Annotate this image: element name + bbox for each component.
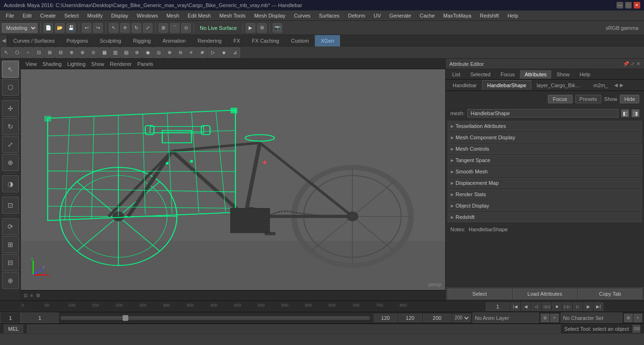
attr-tab-focus[interactable]: Focus — [496, 70, 520, 79]
view-menu-view[interactable]: View — [24, 61, 39, 67]
section-render-stats-header[interactable]: ▶ Render Stats — [447, 189, 642, 200]
module-collapse-button[interactable]: ◀ — [0, 35, 8, 46]
focus-button[interactable]: Focus — [548, 95, 572, 103]
menu-help[interactable]: Help — [504, 12, 522, 19]
attr-tab-list[interactable]: List — [447, 70, 465, 79]
mesh-icon-btn-1[interactable]: ◧ — [621, 109, 629, 117]
track-tool[interactable]: ⊞ — [2, 236, 19, 253]
paint-select-tool[interactable]: ⬡ — [2, 79, 19, 96]
sub-btn-21[interactable]: ◈ — [219, 47, 229, 58]
save-file-button[interactable]: 💾 — [66, 23, 76, 33]
sub-btn-9[interactable]: ⊙ — [88, 47, 98, 58]
section-tessellation-header[interactable]: ▶ Tessellation Attributes — [447, 121, 642, 131]
tumble-tool[interactable]: ⟳ — [2, 218, 19, 235]
universal-manip[interactable]: ⊕ — [2, 154, 19, 171]
snap-grid-button[interactable]: ⊞ — [159, 23, 168, 33]
attr-tab-help[interactable]: Help — [575, 70, 596, 79]
minimize-button[interactable]: — — [617, 2, 623, 9]
menu-mesh-tools[interactable]: Mesh Tools — [215, 12, 249, 19]
camera-button[interactable]: 📷 — [273, 23, 282, 33]
char-set-add-icon[interactable]: + — [634, 314, 642, 322]
menu-display[interactable]: Display — [107, 12, 132, 19]
command-line-input[interactable] — [27, 325, 561, 333]
module-tab-sculpting[interactable]: Sculpting — [94, 35, 127, 46]
module-tab-xgen[interactable]: XGen — [315, 35, 340, 46]
dolly-tool[interactable]: ⊟ — [2, 254, 19, 271]
node-tab-handlebar[interactable]: Handlebar — [447, 80, 482, 90]
sub-btn-11[interactable]: ▥ — [110, 47, 120, 58]
mesh-icon-btn-2[interactable]: ◨ — [632, 109, 639, 117]
viewport-inner[interactable]: persp x y z — [21, 69, 445, 290]
menu-generate[interactable]: Generate — [385, 12, 415, 19]
module-tab-fx-caching[interactable]: FX Caching — [246, 35, 285, 46]
select-tool[interactable]: ↖ — [2, 61, 19, 78]
keyboard-shortcut-icon[interactable]: ⌨ — [633, 325, 640, 333]
rotate-tool[interactable]: ↻ — [2, 118, 19, 135]
speed-selector[interactable]: 200 — [452, 314, 471, 322]
playback-slider[interactable] — [61, 316, 370, 320]
sub-btn-18[interactable]: ≡ — [186, 47, 197, 58]
menu-windows[interactable]: Windows — [133, 12, 162, 19]
current-frame-display[interactable]: 1 — [486, 302, 510, 311]
menu-deform[interactable]: Deform — [344, 12, 369, 19]
new-file-button[interactable]: 📄 — [44, 23, 53, 33]
menu-select[interactable]: Select — [61, 12, 83, 19]
step-forward-button[interactable]: ▶ — [583, 302, 593, 311]
sub-btn-19[interactable]: ≢ — [197, 47, 207, 58]
node-tab-scroll-right[interactable]: ▶ — [619, 82, 625, 88]
play-forward-button[interactable]: ▷▷ — [563, 302, 572, 311]
section-smooth-mesh-header[interactable]: ▶ Smooth Mesh — [447, 166, 642, 177]
anim-layer-settings-icon[interactable]: ⚙ — [541, 314, 549, 322]
section-displacement-header[interactable]: ▶ Displacement Map — [447, 178, 642, 188]
open-file-button[interactable]: 📂 — [55, 23, 64, 33]
menu-redshift[interactable]: Redshift — [476, 12, 502, 19]
mesh-value-input[interactable] — [467, 109, 618, 118]
redo-button[interactable]: ↪ — [93, 23, 103, 33]
play-back-button[interactable]: ◁◁ — [542, 302, 551, 311]
undo-button[interactable]: ↩ — [82, 23, 91, 33]
hide-button[interactable]: Hide — [620, 95, 639, 103]
node-tab-scroll-left[interactable]: ◀ — [613, 82, 619, 88]
view-menu-shading[interactable]: Shading — [41, 61, 63, 67]
move-tool-button[interactable]: ✛ — [120, 23, 130, 33]
menu-cache[interactable]: Cache — [416, 12, 438, 19]
sub-btn-5[interactable]: ⊞ — [45, 47, 55, 58]
menu-curves[interactable]: Curves — [290, 12, 314, 19]
attr-editor-expand-button[interactable]: ⤢ — [631, 61, 635, 66]
sub-btn-16[interactable]: ⊕ — [164, 47, 175, 58]
snap-curve-button[interactable]: ⌒ — [170, 23, 179, 33]
anim-layer-add-icon[interactable]: + — [550, 314, 559, 322]
sub-btn-2[interactable]: ⬡ — [12, 47, 22, 58]
close-button[interactable]: ✕ — [634, 2, 640, 9]
node-tab-layer[interactable]: layer_Cargo_Bike_Generic — [531, 80, 588, 90]
menu-maxtomaya[interactable]: MaxToMaya — [439, 12, 475, 19]
script-mode-selector[interactable]: MEL — [4, 325, 23, 333]
goto-start-button[interactable]: |◀ — [510, 302, 520, 311]
attr-tab-selected[interactable]: Selected — [465, 70, 496, 79]
module-tab-rigging[interactable]: Rigging — [127, 35, 157, 46]
attr-editor-body[interactable]: Focus Presets Show Hide mesh: ◧ ◨ ▶ Te — [446, 91, 644, 236]
current-frame-input[interactable]: 1 — [21, 312, 59, 323]
timeline-track[interactable]: 0 50 100 150 200 250 300 350 400 450 500… — [21, 300, 445, 312]
render-settings-button[interactable]: ⚙ — [257, 23, 267, 33]
menu-surfaces[interactable]: Surfaces — [315, 12, 343, 19]
zoom-tool[interactable]: ⊕ — [2, 272, 19, 289]
vp-attr-editor-btn[interactable]: ≡ — [29, 293, 34, 298]
sub-btn-15[interactable]: ◎ — [153, 47, 164, 58]
copy-tab-button[interactable]: Copy Tab — [578, 289, 642, 299]
select-button[interactable]: Select — [447, 289, 512, 299]
sub-btn-7[interactable]: ⊕ — [66, 47, 77, 58]
char-set-settings-icon[interactable]: ⚙ — [624, 314, 633, 322]
section-tangent-space-header[interactable]: ▶ Tangent Space — [447, 155, 642, 165]
vp-channel-box-btn[interactable]: ⊡ — [23, 293, 28, 298]
presets-button[interactable]: Presets — [575, 95, 601, 103]
scale-tool-button[interactable]: ⤢ — [143, 23, 152, 33]
attr-tab-show[interactable]: Show — [552, 70, 575, 79]
render-button[interactable]: ▶ — [246, 23, 255, 33]
node-tab-handlebarshape[interactable]: HandlebarShape — [482, 80, 532, 90]
speed-display[interactable]: 200 — [423, 314, 451, 322]
menu-edit[interactable]: Edit — [19, 12, 36, 19]
load-attributes-button[interactable]: Load Attributes — [513, 289, 577, 299]
vp-tool-settings-btn[interactable]: ⚙ — [35, 293, 41, 298]
section-mesh-component-header[interactable]: ▶ Mesh Component Display — [447, 132, 642, 143]
